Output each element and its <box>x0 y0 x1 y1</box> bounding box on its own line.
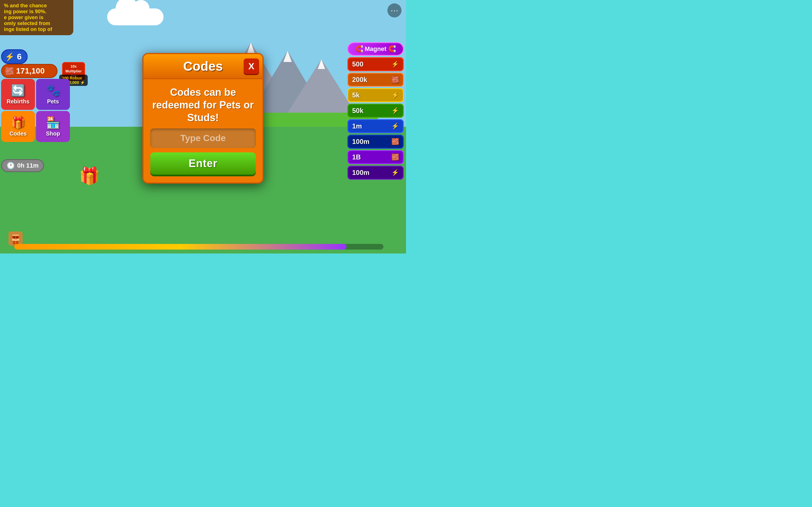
svg-point-14 <box>13 237 15 238</box>
magnet-button[interactable]: 🧲 Magnet 🧲 <box>347 42 404 56</box>
shop-1m-icon: ⚡ <box>391 122 399 130</box>
rebirths-button[interactable]: 🔄 Rebirths <box>1 79 35 110</box>
shop-200k-bricks[interactable]: 200k 🧱 <box>347 73 404 87</box>
codes-label: Codes <box>9 130 27 137</box>
shop-1m-lightning[interactable]: 1m ⚡ <box>347 119 404 133</box>
bricks-count: 171,100 <box>16 66 45 75</box>
shop-200k-icon: 🧱 <box>391 76 399 83</box>
timer-text: 0h 11m <box>17 162 39 169</box>
shop-5k-value: 5k <box>352 91 360 99</box>
shop-1m-value: 1m <box>352 122 362 130</box>
shop-200k-value: 200k <box>352 76 367 83</box>
shop-100m-bricks-icon: 🧱 <box>391 138 399 145</box>
shop-50k-value: 50k <box>352 107 363 115</box>
svg-rect-16 <box>14 238 17 239</box>
modal-body: Codes can be redeemed for Pets or Studs!… <box>144 79 262 182</box>
top-left-text-line1: % and the chance <box>4 3 69 9</box>
right-sidebar: 🧲 Magnet 🧲 500 ⚡ 200k 🧱 5k ⚡ 50k ⚡ 1m ⚡ … <box>347 42 404 180</box>
top-left-text-line2: ing power is 90%. <box>4 9 69 15</box>
shop-5k-icon: ⚡ <box>391 92 399 99</box>
pets-button[interactable]: 🐾 Pets <box>36 79 70 110</box>
svg-rect-11 <box>13 241 15 244</box>
rebirths-label: Rebirths <box>6 98 29 105</box>
player-avatar <box>8 231 22 245</box>
lightning-icon: ⚡ <box>5 52 15 61</box>
pets-label: Pets <box>47 98 59 105</box>
multiplier-line2: Multiplier <box>65 69 82 74</box>
modal-header: Codes X <box>144 54 262 79</box>
multiplier-line1: 10x <box>65 64 82 69</box>
svg-rect-13 <box>12 236 19 238</box>
top-left-text-line4: omly selected from <box>4 20 69 26</box>
top-left-panel: % and the chance ing power is 90%. e pow… <box>0 0 73 35</box>
shop-50k-icon: ⚡ <box>391 107 399 114</box>
svg-rect-12 <box>16 241 18 244</box>
action-buttons: 🔄 Rebirths 🐾 Pets 🎁 Codes 🏪 Shop <box>1 79 70 142</box>
svg-point-15 <box>16 237 18 238</box>
shop-100m-lightning[interactable]: 100m ⚡ <box>347 166 404 180</box>
shop-1b-icon: 🧱 <box>391 154 399 161</box>
pets-icon: 🐾 <box>46 84 60 97</box>
shop-50k-lightning[interactable]: 50k ⚡ <box>347 104 404 118</box>
shop-label: Shop <box>46 130 60 137</box>
clock-icon: 🕐 <box>6 162 15 170</box>
menu-dots-button[interactable]: ⋯ <box>388 3 402 17</box>
shop-100m-lightning-value: 100m <box>352 169 369 177</box>
brick-icon: 🧱 <box>5 67 14 75</box>
shop-1b-value: 1B <box>352 153 361 161</box>
shop-1b-bricks[interactable]: 1B 🧱 <box>347 150 404 164</box>
top-left-text-line3: e power given is <box>4 15 69 20</box>
codes-icon: 🎁 <box>11 116 25 129</box>
progress-bar-fill <box>14 244 347 249</box>
shop-100m-lightning-icon: ⚡ <box>391 169 399 176</box>
shop-500-lightning[interactable]: 500 ⚡ <box>347 57 404 71</box>
enter-button[interactable]: Enter <box>150 152 256 175</box>
code-input[interactable] <box>150 128 256 148</box>
magnet-icon-left: 🧲 <box>356 45 363 53</box>
shop-500-icon: ⚡ <box>391 61 399 68</box>
magnet-label: Magnet <box>365 45 387 53</box>
top-left-text-line5: inge listed on top of <box>4 26 69 33</box>
shop-5k-lightning[interactable]: 5k ⚡ <box>347 88 404 102</box>
shop-100m-bricks-value: 100m <box>352 138 369 146</box>
lightning-counter: ⚡ 6 <box>1 49 28 64</box>
codes-button[interactable]: 🎁 Codes <box>1 111 35 142</box>
shop-button[interactable]: 🏪 Shop <box>36 111 70 142</box>
bricks-counter: 🧱 171,100 <box>1 64 57 78</box>
modal-description: Codes can be redeemed for Pets or Studs! <box>150 86 256 124</box>
modal-title: Codes <box>183 59 223 74</box>
timer-bar: 🕐 0h 11m <box>1 159 44 172</box>
shop-500-value: 500 <box>352 60 363 68</box>
magnet-icon-right: 🧲 <box>388 45 396 53</box>
shop-100m-bricks[interactable]: 100m 🧱 <box>347 135 404 149</box>
gift-decoration: 🎁 <box>79 166 100 186</box>
codes-modal: Codes X Codes can be redeemed for Pets o… <box>142 53 264 184</box>
progress-bar-container <box>14 244 384 249</box>
close-modal-button[interactable]: X <box>244 59 259 74</box>
shop-icon: 🏪 <box>46 116 60 129</box>
lightning-count: 6 <box>17 52 22 61</box>
rebirths-icon: 🔄 <box>11 84 25 97</box>
cloud <box>107 8 163 25</box>
